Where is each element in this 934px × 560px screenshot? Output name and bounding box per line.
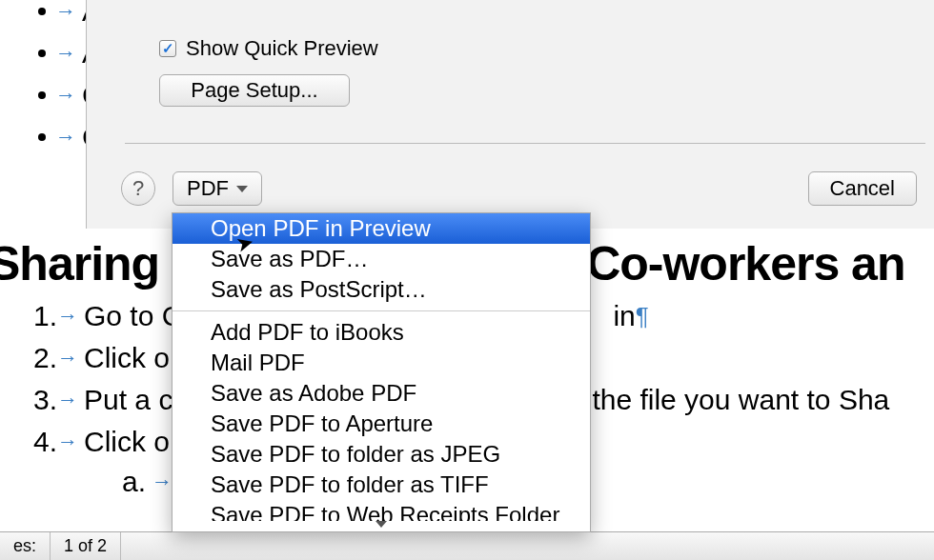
pdf-dropdown-menu: Open PDF in Preview Save as PDF… Save as… — [172, 212, 591, 532]
menu-item-save-pdf-tiff[interactable]: Save PDF to folder as TIFF — [173, 470, 590, 500]
tab-arrow-icon: → — [55, 83, 76, 108]
cancel-button[interactable]: Cancel — [808, 171, 917, 206]
divider — [125, 143, 925, 144]
menu-separator — [173, 310, 590, 311]
menu-item-mail-pdf[interactable]: Mail PDF — [173, 348, 590, 378]
menu-item-save-adobe-pdf[interactable]: Save as Adobe PDF — [173, 378, 590, 409]
tab-arrow-icon: → — [55, 0, 76, 24]
status-bar: es: 1 of 2 — [0, 531, 934, 560]
chevron-down-icon — [236, 186, 248, 192]
menu-item-save-as-postscript[interactable]: Save as PostScript… — [173, 274, 590, 305]
pilcrow-icon: ¶ — [636, 302, 649, 331]
menu-item-save-pdf-web-receipts[interactable]: Save PDF to Web Receipts Folder — [173, 500, 590, 521]
print-dialog: ✓ Show Quick Preview Page Setup... ? PDF… — [86, 0, 934, 229]
help-button[interactable]: ? — [121, 171, 155, 206]
status-page-count: 1 of 2 — [51, 532, 121, 560]
menu-item-open-pdf-preview[interactable]: Open PDF in Preview — [173, 213, 590, 244]
menu-scroll-down[interactable] — [173, 521, 590, 531]
pdf-dropdown-button[interactable]: PDF — [173, 171, 262, 206]
chevron-down-icon — [376, 521, 387, 528]
tab-arrow-icon: → — [57, 304, 78, 329]
show-quick-preview-label: Show Quick Preview — [186, 36, 378, 61]
tab-arrow-icon: → — [57, 346, 78, 370]
menu-item-save-pdf-jpeg[interactable]: Save PDF to folder as JPEG — [173, 439, 590, 470]
tab-arrow-icon: → — [57, 388, 78, 412]
menu-item-save-as-pdf[interactable]: Save as PDF… — [173, 244, 590, 274]
show-quick-preview-checkbox[interactable]: ✓ — [159, 40, 176, 57]
menu-item-add-pdf-ibooks[interactable]: Add PDF to iBooks — [173, 317, 590, 348]
tab-arrow-icon: → — [57, 430, 78, 454]
show-quick-preview-row: ✓ Show Quick Preview — [159, 36, 378, 61]
page-setup-button[interactable]: Page Setup... — [159, 74, 350, 107]
tab-arrow-icon: → — [152, 470, 173, 494]
menu-item-save-pdf-aperture[interactable]: Save PDF to Aperture — [173, 409, 590, 439]
tab-arrow-icon: → — [55, 125, 76, 150]
status-segment: es: — [0, 532, 51, 560]
tab-arrow-icon: → — [55, 41, 76, 66]
